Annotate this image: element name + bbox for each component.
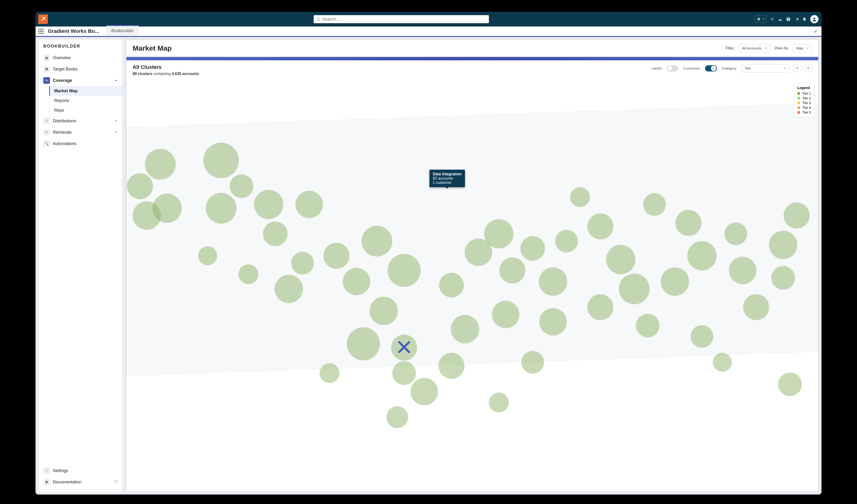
- cluster-bubble[interactable]: [198, 246, 217, 265]
- zoom-in-button[interactable]: [794, 65, 801, 72]
- market-map-canvas[interactable]: Data Integration 92 accounts 1 customer …: [127, 80, 818, 492]
- tab-bookbuilder[interactable]: Bookbuilder: [106, 25, 139, 35]
- cluster-bubble[interactable]: [499, 258, 525, 283]
- cluster-bubble[interactable]: [254, 190, 283, 219]
- main-panel: Market Map Filter: All Accounts View As:…: [126, 39, 819, 492]
- avatar[interactable]: [810, 15, 819, 23]
- sidebar-item-reports[interactable]: Reports: [49, 96, 122, 106]
- cluster-bubble[interactable]: [784, 203, 810, 229]
- cluster-bubble[interactable]: [275, 275, 303, 303]
- cluster-bubble[interactable]: [386, 406, 408, 428]
- sidebar-item-distributions[interactable]: Distributions: [38, 115, 122, 126]
- cluster-bubble[interactable]: [587, 213, 614, 240]
- svg-rect-2: [45, 142, 46, 143]
- cluster-bubble[interactable]: [687, 241, 717, 271]
- cluster-bubble[interactable]: [370, 297, 398, 325]
- cluster-bubble[interactable]: [347, 327, 380, 360]
- cluster-bubble[interactable]: [729, 257, 756, 284]
- cluster-bubble[interactable]: [606, 245, 635, 274]
- legend-dot: [797, 106, 800, 109]
- cluster-bubble[interactable]: [438, 353, 465, 379]
- bell-icon[interactable]: [802, 17, 807, 21]
- cluster-bubble[interactable]: [743, 294, 769, 320]
- cluster-bubble[interactable]: [489, 393, 509, 413]
- app-launcher-icon[interactable]: [38, 29, 44, 34]
- cluster-bubble[interactable]: [724, 222, 747, 245]
- cluster-bubble[interactable]: [206, 193, 236, 224]
- cluster-bubble[interactable]: [484, 219, 514, 248]
- legend-dot: [797, 92, 800, 95]
- cluster-bubble[interactable]: [238, 264, 258, 284]
- sidebar-item-coverage[interactable]: Coverage: [38, 75, 122, 86]
- cluster-bubble[interactable]: [619, 274, 650, 304]
- cluster-bubble[interactable]: [451, 315, 479, 343]
- cluster-bubble[interactable]: [362, 226, 392, 257]
- brand-logo[interactable]: [38, 14, 48, 24]
- cluster-bubble[interactable]: [145, 149, 176, 179]
- zoom-out-button[interactable]: [805, 65, 812, 72]
- cluster-bubble[interactable]: [127, 173, 153, 199]
- page-header-right: Filter: All Accounts View As: Map: [725, 44, 812, 52]
- cluster-bubble[interactable]: [343, 268, 370, 295]
- cluster-bubble[interactable]: [713, 353, 732, 372]
- cluster-bubble[interactable]: [643, 193, 666, 216]
- customer-marker-icon[interactable]: [396, 339, 413, 357]
- cluster-bubble[interactable]: [291, 252, 314, 275]
- cluster-bubble[interactable]: [521, 351, 544, 373]
- viewas-select[interactable]: Map: [793, 44, 812, 52]
- category-select[interactable]: Tier: [742, 64, 789, 72]
- legend-row: Tier 4: [797, 105, 811, 110]
- cluster-bubble[interactable]: [539, 308, 567, 335]
- legend-label: Tier 5: [803, 110, 811, 114]
- cluster-bubble[interactable]: [555, 230, 578, 253]
- sidebar-item-overview[interactable]: Overview: [38, 52, 122, 64]
- chevron-down-icon: [783, 67, 786, 70]
- search-input[interactable]: [322, 17, 486, 22]
- svg-point-4: [46, 470, 47, 471]
- sidebar-label: Overview: [53, 55, 70, 60]
- cluster-bubble[interactable]: [230, 174, 253, 198]
- cluster-bubble[interactable]: [263, 222, 288, 246]
- labels-toggle[interactable]: [667, 65, 678, 71]
- cluster-bubble[interactable]: [323, 243, 349, 269]
- cluster-bubble[interactable]: [152, 194, 182, 223]
- cluster-bubble[interactable]: [320, 363, 339, 383]
- sidebar-item-market-map[interactable]: Market Map: [49, 86, 122, 96]
- customers-toggle[interactable]: [705, 65, 717, 71]
- edit-nav-icon[interactable]: [814, 29, 818, 34]
- cluster-bubble[interactable]: [636, 314, 659, 337]
- cluster-bubble[interactable]: [587, 294, 614, 320]
- help-icon[interactable]: [786, 17, 791, 21]
- sidebar-item-documentation[interactable]: Documentation: [38, 476, 122, 488]
- cluster-bubble[interactable]: [520, 236, 545, 261]
- cluster-bubble[interactable]: [771, 266, 795, 290]
- sidebar-item-settings[interactable]: Settings: [38, 465, 122, 476]
- cluster-bubble[interactable]: [203, 143, 239, 178]
- cluster-bubble[interactable]: [769, 231, 797, 259]
- home-icon: [45, 56, 49, 59]
- chevron-down-icon: [114, 130, 118, 135]
- sidebar-item-automations[interactable]: Automations: [38, 138, 122, 149]
- cluster-bubble[interactable]: [691, 325, 713, 348]
- legend-dot: [797, 111, 800, 114]
- cluster-bubble[interactable]: [439, 273, 464, 297]
- cluster-bubble[interactable]: [410, 378, 438, 405]
- cluster-bubble[interactable]: [570, 187, 590, 207]
- cluster-bubble[interactable]: [296, 191, 323, 218]
- cluster-bubble[interactable]: [392, 361, 416, 385]
- cluster-bubble[interactable]: [661, 267, 689, 296]
- sidebar-item-target-books[interactable]: Target Books: [38, 64, 122, 75]
- sidebar-item-retrievals[interactable]: Retrievals: [38, 126, 122, 138]
- cluster-bubble[interactable]: [388, 254, 421, 287]
- cluster-bubble[interactable]: [539, 267, 567, 296]
- global-search[interactable]: [314, 15, 489, 23]
- filter-select[interactable]: All Accounts: [739, 44, 770, 52]
- favorites-menu[interactable]: [755, 16, 767, 23]
- sidebar-item-reps[interactable]: Reps: [49, 106, 122, 115]
- gear-icon[interactable]: [794, 17, 799, 21]
- cluster-bubble[interactable]: [492, 301, 519, 328]
- trailhead-icon[interactable]: [778, 17, 783, 21]
- cluster-bubble[interactable]: [675, 210, 702, 236]
- cluster-bubble[interactable]: [778, 372, 802, 396]
- plus-icon[interactable]: [770, 17, 775, 21]
